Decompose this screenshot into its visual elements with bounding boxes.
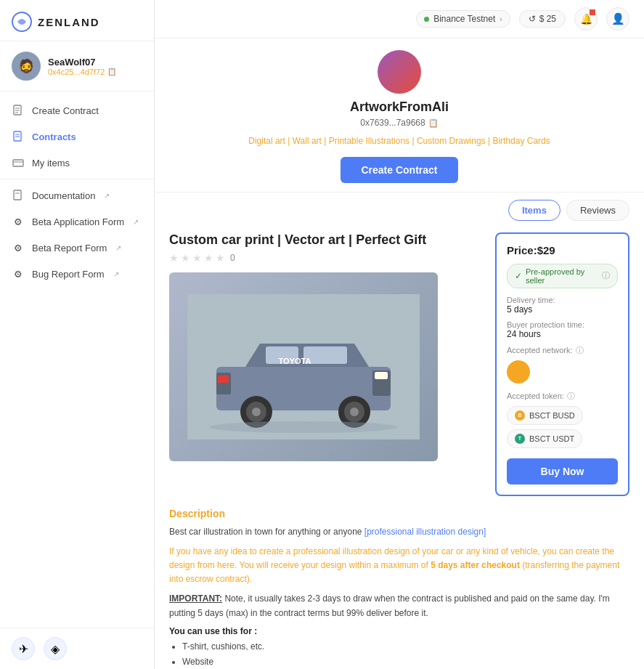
account-button[interactable]: 👤 bbox=[606, 7, 629, 31]
token-usdt-chip[interactable]: T BSCT USDT bbox=[507, 429, 582, 448]
profile-address: 0x7639...7a9668 📋 bbox=[360, 118, 438, 128]
buyer-protection-label: Buyer protection time: bbox=[507, 320, 618, 329]
sidebar-item-create-contract[interactable]: Create Contract bbox=[0, 97, 154, 123]
chevron-right-icon: › bbox=[500, 15, 502, 23]
logo: ZENLAND bbox=[0, 0, 154, 41]
profile-name: ArtworkFromAli bbox=[350, 100, 449, 115]
sync-icon: ↺ bbox=[529, 14, 536, 24]
description-important: IMPORTANT: Note, it usually takes 2-3 da… bbox=[169, 592, 629, 620]
svg-marker-28 bbox=[512, 365, 525, 378]
item-image: TOYOTA bbox=[169, 272, 438, 461]
network-section-label: Accepted network: ⓘ bbox=[507, 345, 618, 356]
topbar: Binance Testnet › ↺ $ 25 🔔 👤 bbox=[155, 0, 644, 38]
network-status-dot bbox=[424, 17, 429, 22]
token-section-label: Accepted token: ⓘ bbox=[507, 391, 618, 402]
svg-rect-10 bbox=[14, 190, 21, 200]
svg-rect-17 bbox=[375, 372, 388, 379]
svg-point-27 bbox=[209, 421, 398, 433]
buyer-protection-value: 24 hours bbox=[507, 329, 618, 339]
info-icon[interactable]: ⓘ bbox=[602, 270, 610, 281]
tabs-row: Items Reviews bbox=[155, 192, 644, 221]
list-item: Website bbox=[182, 654, 629, 669]
delivery-label: Delivery time: bbox=[507, 296, 618, 304]
sidebar: ZENLAND 🧔 SeaWolf07 0x4c25...4d7f72 📋 Cr… bbox=[0, 0, 155, 669]
notifications-button[interactable]: 🔔 bbox=[574, 7, 598, 31]
profile-header: ArtworkFromAli 0x7639...7a9668 📋 Digital… bbox=[155, 38, 644, 192]
star-4: ★ bbox=[204, 252, 213, 264]
create-contract-button[interactable]: Create Contract bbox=[341, 157, 457, 183]
description-title: Description bbox=[169, 508, 629, 519]
star-3: ★ bbox=[192, 252, 202, 264]
sidebar-item-label: Beta Application Form bbox=[32, 216, 124, 227]
contracts-icon bbox=[12, 130, 25, 143]
token-info-icon[interactable]: ⓘ bbox=[567, 391, 575, 402]
telegram-icon-btn[interactable]: ✈ bbox=[12, 637, 35, 660]
preapproved-text: Pre-approved by seller bbox=[526, 267, 597, 285]
binance-network-icon bbox=[507, 360, 530, 384]
discord-icon-btn[interactable]: ◈ bbox=[44, 637, 67, 660]
sidebar-item-documentation[interactable]: Documentation ↗ bbox=[0, 182, 154, 208]
logo-text: ZENLAND bbox=[38, 16, 100, 28]
check-icon: ✓ bbox=[515, 271, 522, 281]
profile-avatar bbox=[378, 50, 421, 94]
sidebar-item-my-items[interactable]: My items bbox=[0, 150, 154, 176]
nav-section: Create Contract Contracts My items Docum… bbox=[0, 92, 154, 628]
user-section: 🧔 SeaWolf07 0x4c25...4d7f72 📋 bbox=[0, 41, 154, 92]
user-address: 0x4c25...4d7f72 📋 bbox=[48, 68, 116, 76]
gear-icon: ⚙ bbox=[12, 215, 25, 228]
sidebar-item-beta-report[interactable]: ⚙ Beta Report Form ↗ bbox=[0, 235, 154, 261]
gear-icon-2: ⚙ bbox=[12, 241, 25, 254]
tab-items[interactable]: Items bbox=[508, 200, 561, 221]
sidebar-item-label: My items bbox=[32, 158, 70, 169]
user-name: SeaWolf07 bbox=[48, 57, 116, 68]
buy-now-button[interactable]: Buy Now bbox=[507, 458, 618, 484]
sidebar-item-label: Contracts bbox=[32, 131, 76, 142]
avatar: 🧔 bbox=[12, 52, 41, 81]
desc-link1[interactable]: [professional illustration design] bbox=[364, 527, 486, 537]
network-name: Binance Testnet bbox=[433, 14, 495, 24]
token-busd-label: BSCT BUSD bbox=[529, 411, 575, 420]
sidebar-item-contracts[interactable]: Contracts bbox=[0, 123, 154, 150]
use-list: T-shirt, cushions, etc. Website Wall art… bbox=[169, 639, 629, 669]
external-link-icon: ↗ bbox=[115, 244, 121, 252]
sidebar-item-beta-application[interactable]: ⚙ Beta Application Form ↗ bbox=[0, 208, 154, 235]
profile-tags: Digital art | Wall art | Printable Illus… bbox=[248, 134, 550, 150]
price-panel: Price:$29 ✓ Pre-approved by seller ⓘ Del… bbox=[495, 232, 629, 496]
item-left: Custom car print | Vector art | Perfect … bbox=[169, 232, 481, 461]
important-label: IMPORTANT: bbox=[169, 593, 222, 604]
svg-point-25 bbox=[350, 408, 359, 416]
price-label: Price:$29 bbox=[507, 244, 618, 256]
svg-rect-8 bbox=[13, 160, 23, 166]
gear-icon-3: ⚙ bbox=[12, 267, 25, 280]
svg-rect-19 bbox=[218, 376, 229, 383]
star-1: ★ bbox=[169, 252, 179, 264]
tab-reviews[interactable]: Reviews bbox=[566, 200, 629, 221]
sidebar-item-bug-report[interactable]: ⚙ Bug Report Form ↗ bbox=[0, 261, 154, 287]
nav-divider bbox=[0, 179, 154, 179]
token-busd-chip[interactable]: B BSCT BUSD bbox=[507, 406, 583, 425]
delivery-row: Delivery time: 5 days bbox=[507, 296, 618, 315]
external-link-icon: ↗ bbox=[133, 218, 139, 226]
star-2: ★ bbox=[181, 252, 190, 264]
sidebar-item-label: Documentation bbox=[32, 190, 95, 201]
sidebar-bottom: ✈ ◈ bbox=[0, 628, 154, 669]
network-info-icon[interactable]: ⓘ bbox=[576, 345, 584, 356]
description-section: Description Best car illustration in tow… bbox=[155, 508, 644, 669]
car-illustration: TOYOTA bbox=[187, 294, 420, 439]
use-for-title: You can use this for : bbox=[169, 626, 629, 636]
copy-address-icon[interactable]: 📋 bbox=[428, 118, 439, 128]
rating-count: 0 bbox=[230, 253, 235, 263]
delivery-value: 5 days bbox=[507, 304, 618, 315]
sidebar-item-label: Beta Report Form bbox=[32, 243, 107, 254]
token-usdt-label: BSCT USDT bbox=[529, 434, 574, 443]
preapproved-badge: ✓ Pre-approved by seller ⓘ bbox=[507, 264, 618, 288]
description-text2: If you have any idea to create a profess… bbox=[169, 545, 629, 587]
sidebar-item-label: Bug Report Form bbox=[32, 269, 105, 280]
network-badge[interactable]: Binance Testnet › bbox=[416, 10, 510, 28]
svg-text:TOYOTA: TOYOTA bbox=[279, 357, 311, 365]
item-title: Custom car print | Vector art | Perfect … bbox=[169, 232, 481, 248]
buyer-protection-row: Buyer protection time: 24 hours bbox=[507, 320, 618, 339]
external-link-icon: ↗ bbox=[104, 192, 110, 200]
balance-button[interactable]: ↺ $ 25 bbox=[519, 10, 566, 28]
item-section: Custom car print | Vector art | Perfect … bbox=[155, 221, 644, 508]
